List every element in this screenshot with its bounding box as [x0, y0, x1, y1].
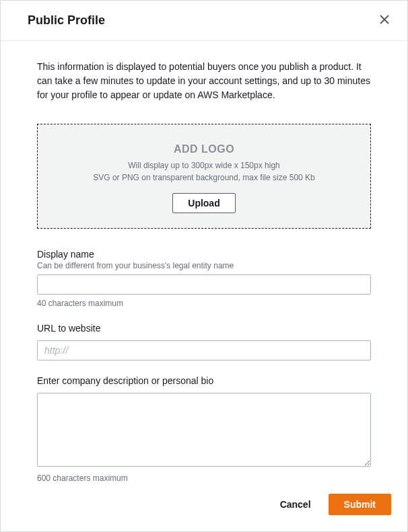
description-limit: 600 characters maximum — [37, 473, 371, 483]
url-label: URL to website — [37, 323, 371, 334]
url-input[interactable] — [37, 340, 371, 360]
intro-text: This information is displayed to potenti… — [37, 60, 371, 102]
modal-header: Public Profile — [1, 1, 407, 41]
public-profile-modal: Public Profile This information is displ… — [0, 0, 408, 532]
url-group: URL to website — [37, 323, 371, 360]
logo-hint-line1: Will display up to 300px wide x 150px hi… — [128, 161, 279, 170]
display-name-limit: 40 characters maximum — [37, 299, 371, 308]
display-name-group: Display name Can be different from your … — [37, 249, 371, 308]
cancel-button[interactable]: Cancel — [277, 495, 314, 514]
logo-upload-title: ADD LOGO — [51, 143, 357, 155]
upload-button[interactable]: Upload — [172, 193, 235, 213]
modal-title: Public Profile — [28, 13, 105, 28]
logo-hint-line2: SVG or PNG on transparent background, ma… — [93, 173, 315, 182]
close-icon — [379, 14, 390, 27]
description-group: Enter company description or personal bi… — [37, 375, 371, 483]
logo-upload-hint: Will display up to 300px wide x 150px hi… — [51, 159, 357, 184]
modal-body: This information is displayed to potenti… — [1, 41, 407, 483]
display-name-label: Display name — [37, 249, 371, 260]
submit-button[interactable]: Submit — [329, 494, 391, 515]
description-textarea[interactable] — [37, 393, 371, 467]
modal-footer: Cancel Submit — [1, 483, 407, 531]
description-label: Enter company description or personal bi… — [37, 375, 371, 386]
logo-upload-area: ADD LOGO Will display up to 300px wide x… — [37, 124, 371, 229]
close-button[interactable] — [376, 11, 393, 30]
display-name-hint: Can be different from your business's le… — [37, 261, 371, 270]
display-name-input[interactable] — [37, 274, 371, 295]
